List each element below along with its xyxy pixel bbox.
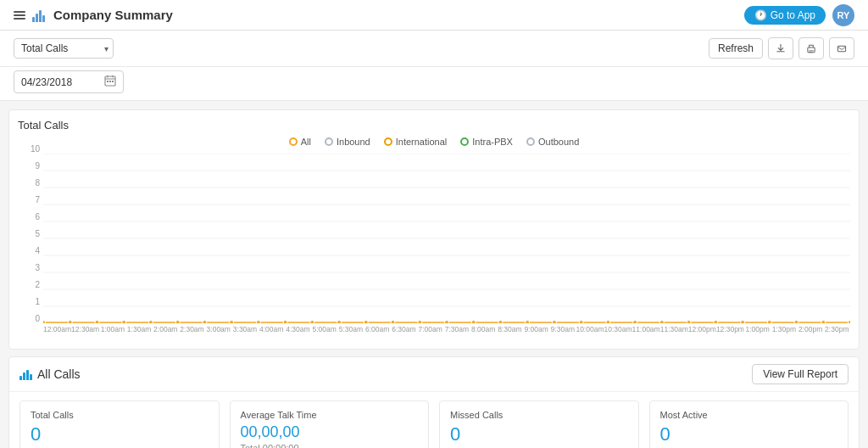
all-calls-header: All Calls View Full Report [9, 357, 859, 392]
y-label-6: 6 [18, 212, 40, 221]
x-axis: 12:00am 12:30am 1:00am 1:30am 2:00am 2:3… [43, 325, 850, 340]
y-label-7: 7 [18, 195, 40, 204]
toolbar: Total Calls Answered Calls Missed Calls … [0, 31, 868, 67]
toolbar-left: Total Calls Answered Calls Missed Calls [14, 38, 114, 59]
legend-outbound: Outbound [526, 137, 579, 147]
header-right: 🕐 Go to App RY [744, 4, 854, 26]
legend-international: International [384, 137, 448, 147]
legend-international-label: International [396, 137, 448, 147]
x-label-11: 5:30am [337, 325, 364, 333]
avatar-button[interactable]: RY [832, 4, 854, 26]
stat-avg-talk-time: Average Talk Time 00,00,00 Total 00:00:0… [230, 400, 430, 448]
x-label-28: 2:00pm [797, 325, 823, 333]
download-button[interactable] [768, 37, 793, 59]
stat-missed-calls-value: 0 [450, 423, 628, 445]
y-label-1: 1 [18, 297, 40, 306]
x-label-17: 8:30am [497, 325, 523, 333]
print-button[interactable] [798, 37, 824, 59]
stat-missed-calls-label: Missed Calls [450, 410, 628, 420]
download-icon [776, 43, 786, 54]
svg-point-25 [230, 321, 234, 324]
x-label-22: 11:00am [632, 325, 660, 333]
svg-point-46 [794, 321, 798, 324]
x-label-13: 6:30am [391, 325, 417, 333]
x-label-0: 12:00am [43, 325, 71, 333]
y-label-9: 9 [18, 161, 40, 171]
toolbar-right: Refresh [709, 37, 854, 59]
svg-point-18 [43, 321, 46, 324]
calendar-icon [104, 75, 116, 89]
svg-rect-1 [837, 46, 845, 51]
svg-point-38 [579, 321, 583, 324]
svg-point-30 [364, 321, 368, 324]
email-button[interactable] [829, 37, 854, 59]
y-label-8: 8 [18, 178, 40, 188]
calls-type-dropdown-wrapper: Total Calls Answered Calls Missed Calls [14, 38, 114, 59]
date-picker[interactable]: 04/23/2018 [14, 70, 124, 93]
legend-inbound-icon [325, 137, 333, 146]
chart-title: Total Calls [18, 119, 850, 132]
y-label-5: 5 [18, 229, 40, 238]
svg-point-41 [659, 321, 664, 324]
date-row: 04/23/2018 [0, 67, 868, 101]
legend-international-icon [384, 137, 392, 146]
x-label-10: 5:00am [311, 325, 337, 333]
refresh-button[interactable]: Refresh [709, 38, 763, 59]
svg-point-48 [849, 321, 851, 324]
legend-all: All [289, 137, 311, 147]
legend-inbound: Inbound [325, 137, 370, 147]
stats-row: Total Calls 0 100% of total calls Averag… [9, 392, 859, 448]
stat-total-calls-value: 0 [31, 423, 209, 445]
all-calls-label: All Calls [37, 367, 81, 381]
svg-point-35 [498, 321, 503, 324]
date-value: 04/23/2018 [21, 76, 72, 88]
x-label-18: 9:00am [523, 325, 549, 333]
svg-rect-4 [109, 81, 111, 82]
legend-all-label: All [301, 137, 311, 147]
x-label-21: 10:30am [604, 325, 632, 333]
svg-point-24 [203, 321, 207, 324]
x-label-9: 4:30am [285, 325, 311, 333]
svg-point-42 [687, 321, 691, 324]
x-label-19: 9:30am [549, 325, 576, 333]
x-label-23: 11:30am [660, 325, 688, 333]
x-label-1: 12:30am [71, 325, 99, 333]
chart-svg [43, 154, 850, 323]
svg-point-29 [337, 321, 342, 324]
chart-section: Total Calls All Inbound International In… [8, 109, 860, 350]
svg-point-27 [283, 321, 287, 324]
svg-point-45 [767, 321, 771, 324]
stat-total-calls-label: Total Calls [31, 410, 209, 420]
go-to-app-button[interactable]: 🕐 Go to App [744, 6, 826, 25]
svg-point-36 [526, 321, 530, 324]
x-label-2: 1:00am [99, 325, 125, 333]
x-label-24: 12:00pm [688, 325, 716, 333]
svg-point-33 [445, 321, 449, 324]
x-label-7: 3:30am [231, 325, 258, 333]
y-label-4: 4 [18, 246, 40, 255]
x-label-20: 10:00am [576, 325, 604, 333]
svg-point-28 [310, 321, 314, 324]
svg-point-20 [95, 321, 99, 324]
header-left: Company Summary [14, 8, 173, 22]
svg-rect-0 [808, 48, 815, 53]
svg-point-32 [418, 321, 422, 324]
page-title: Company Summary [53, 8, 173, 22]
svg-point-39 [606, 321, 610, 324]
menu-icon[interactable] [14, 11, 25, 20]
x-label-6: 3:00am [205, 325, 231, 333]
view-full-report-button[interactable]: View Full Report [752, 364, 849, 384]
svg-point-47 [821, 321, 826, 324]
all-calls-title: All Calls [19, 367, 81, 381]
x-label-3: 1:30am [125, 325, 152, 333]
stat-avg-talk-time-value: 00,00,00 [241, 423, 419, 441]
legend-outbound-label: Outbound [538, 137, 579, 147]
print-icon [806, 43, 816, 54]
legend-outbound-icon [526, 137, 535, 146]
legend-all-icon [289, 137, 298, 146]
all-calls-panel: All Calls View Full Report Total Calls 0… [8, 356, 860, 448]
legend-intrapbx-icon [460, 137, 469, 146]
svg-point-23 [175, 321, 180, 324]
stat-avg-talk-time-sub: Total 00:00:00 [241, 443, 419, 448]
calls-type-dropdown[interactable]: Total Calls Answered Calls Missed Calls [14, 38, 114, 59]
